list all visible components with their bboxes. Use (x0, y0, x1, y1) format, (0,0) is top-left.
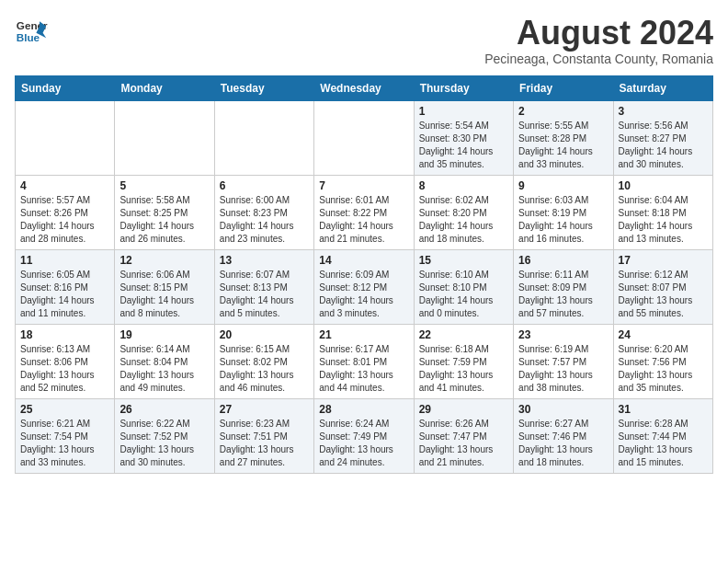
day-number: 20 (220, 328, 309, 341)
calendar-cell: 27Sunrise: 6:23 AM Sunset: 7:51 PM Dayli… (214, 398, 313, 473)
calendar-week-row: 25Sunrise: 6:21 AM Sunset: 7:54 PM Dayli… (16, 398, 713, 473)
month-title: August 2024 (484, 15, 713, 52)
calendar-cell: 12Sunrise: 6:06 AM Sunset: 8:15 PM Dayli… (115, 249, 214, 324)
calendar-cell: 24Sunrise: 6:20 AM Sunset: 7:56 PM Dayli… (613, 324, 712, 398)
weekday-header-row: SundayMondayTuesdayWednesdayThursdayFrid… (16, 75, 713, 100)
day-number: 7 (319, 179, 408, 192)
calendar-week-row: 1Sunrise: 5:54 AM Sunset: 8:30 PM Daylig… (16, 100, 713, 175)
calendar-cell (214, 100, 313, 175)
calendar-cell: 29Sunrise: 6:26 AM Sunset: 7:47 PM Dayli… (414, 398, 513, 473)
day-number: 24 (619, 328, 708, 341)
day-info: Sunrise: 6:00 AM Sunset: 8:23 PM Dayligh… (220, 194, 309, 246)
calendar-cell: 14Sunrise: 6:09 AM Sunset: 8:12 PM Dayli… (314, 249, 414, 324)
day-info: Sunrise: 6:27 AM Sunset: 7:46 PM Dayligh… (518, 418, 608, 469)
day-number: 1 (419, 105, 508, 118)
day-number: 15 (419, 254, 508, 267)
day-number: 29 (419, 403, 508, 416)
calendar-cell: 23Sunrise: 6:19 AM Sunset: 7:57 PM Dayli… (514, 324, 613, 398)
day-number: 11 (20, 254, 109, 267)
day-info: Sunrise: 6:02 AM Sunset: 8:20 PM Dayligh… (419, 194, 508, 246)
calendar-cell: 28Sunrise: 6:24 AM Sunset: 7:49 PM Dayli… (314, 398, 414, 473)
calendar-cell: 4Sunrise: 5:57 AM Sunset: 8:26 PM Daylig… (16, 175, 115, 249)
day-number: 3 (619, 105, 708, 118)
calendar-cell: 26Sunrise: 6:22 AM Sunset: 7:52 PM Dayli… (115, 398, 214, 473)
calendar-cell: 20Sunrise: 6:15 AM Sunset: 8:02 PM Dayli… (214, 324, 313, 398)
calendar-cell: 9Sunrise: 6:03 AM Sunset: 8:19 PM Daylig… (514, 175, 613, 249)
weekday-header: Tuesday (214, 75, 313, 100)
calendar-cell: 7Sunrise: 6:01 AM Sunset: 8:22 PM Daylig… (314, 175, 414, 249)
day-number: 18 (20, 328, 109, 341)
calendar-cell: 30Sunrise: 6:27 AM Sunset: 7:46 PM Dayli… (514, 398, 613, 473)
calendar-cell: 16Sunrise: 6:11 AM Sunset: 8:09 PM Dayli… (514, 249, 613, 324)
day-info: Sunrise: 6:13 AM Sunset: 8:06 PM Dayligh… (20, 343, 109, 395)
weekday-header: Saturday (613, 75, 712, 100)
day-info: Sunrise: 6:01 AM Sunset: 8:22 PM Dayligh… (319, 194, 408, 246)
day-info: Sunrise: 6:28 AM Sunset: 7:44 PM Dayligh… (619, 418, 708, 469)
day-info: Sunrise: 6:06 AM Sunset: 8:15 PM Dayligh… (119, 269, 209, 320)
day-info: Sunrise: 5:55 AM Sunset: 8:28 PM Dayligh… (518, 120, 608, 171)
day-info: Sunrise: 6:17 AM Sunset: 8:01 PM Dayligh… (319, 343, 408, 395)
day-number: 6 (220, 179, 309, 192)
calendar-table: SundayMondayTuesdayWednesdayThursdayFrid… (15, 75, 713, 474)
day-info: Sunrise: 6:18 AM Sunset: 7:59 PM Dayligh… (419, 343, 508, 395)
day-number: 5 (119, 179, 209, 192)
day-number: 30 (518, 403, 608, 416)
logo-icon: General Blue (15, 15, 48, 48)
day-info: Sunrise: 6:20 AM Sunset: 7:56 PM Dayligh… (619, 343, 708, 395)
day-info: Sunrise: 6:03 AM Sunset: 8:19 PM Dayligh… (518, 194, 608, 246)
day-number: 12 (119, 254, 209, 267)
calendar-cell (314, 100, 414, 175)
weekday-header: Monday (115, 75, 214, 100)
day-info: Sunrise: 6:04 AM Sunset: 8:18 PM Dayligh… (619, 194, 708, 246)
day-number: 26 (119, 403, 209, 416)
calendar-cell: 21Sunrise: 6:17 AM Sunset: 8:01 PM Dayli… (314, 324, 414, 398)
calendar-week-row: 18Sunrise: 6:13 AM Sunset: 8:06 PM Dayli… (16, 324, 713, 398)
calendar-cell: 11Sunrise: 6:05 AM Sunset: 8:16 PM Dayli… (16, 249, 115, 324)
calendar-week-row: 11Sunrise: 6:05 AM Sunset: 8:16 PM Dayli… (16, 249, 713, 324)
day-number: 25 (20, 403, 109, 416)
day-number: 23 (518, 328, 608, 341)
day-info: Sunrise: 6:22 AM Sunset: 7:52 PM Dayligh… (119, 418, 209, 469)
day-number: 27 (220, 403, 309, 416)
calendar-cell: 3Sunrise: 5:56 AM Sunset: 8:27 PM Daylig… (613, 100, 712, 175)
day-number: 17 (619, 254, 708, 267)
day-number: 31 (619, 403, 708, 416)
page-header: General Blue August 2024 Pecineaga, Cons… (15, 15, 713, 66)
calendar-cell (115, 100, 214, 175)
day-info: Sunrise: 6:10 AM Sunset: 8:10 PM Dayligh… (419, 269, 508, 320)
day-info: Sunrise: 5:54 AM Sunset: 8:30 PM Dayligh… (419, 120, 508, 171)
calendar-cell: 19Sunrise: 6:14 AM Sunset: 8:04 PM Dayli… (115, 324, 214, 398)
title-area: August 2024 Pecineaga, Constanta County,… (484, 15, 713, 66)
day-number: 4 (20, 179, 109, 192)
day-number: 9 (518, 179, 608, 192)
day-info: Sunrise: 6:09 AM Sunset: 8:12 PM Dayligh… (319, 269, 408, 320)
day-info: Sunrise: 6:24 AM Sunset: 7:49 PM Dayligh… (319, 418, 408, 469)
day-info: Sunrise: 6:15 AM Sunset: 8:02 PM Dayligh… (220, 343, 309, 395)
day-info: Sunrise: 6:21 AM Sunset: 7:54 PM Dayligh… (20, 418, 109, 469)
day-info: Sunrise: 5:56 AM Sunset: 8:27 PM Dayligh… (619, 120, 708, 171)
calendar-cell: 6Sunrise: 6:00 AM Sunset: 8:23 PM Daylig… (214, 175, 313, 249)
calendar-cell: 15Sunrise: 6:10 AM Sunset: 8:10 PM Dayli… (414, 249, 513, 324)
day-info: Sunrise: 5:58 AM Sunset: 8:25 PM Dayligh… (119, 194, 209, 246)
day-info: Sunrise: 5:57 AM Sunset: 8:26 PM Dayligh… (20, 194, 109, 246)
calendar-week-row: 4Sunrise: 5:57 AM Sunset: 8:26 PM Daylig… (16, 175, 713, 249)
calendar-cell: 31Sunrise: 6:28 AM Sunset: 7:44 PM Dayli… (613, 398, 712, 473)
calendar-cell: 22Sunrise: 6:18 AM Sunset: 7:59 PM Dayli… (414, 324, 513, 398)
calendar-cell: 2Sunrise: 5:55 AM Sunset: 8:28 PM Daylig… (514, 100, 613, 175)
day-info: Sunrise: 6:07 AM Sunset: 8:13 PM Dayligh… (220, 269, 309, 320)
day-info: Sunrise: 6:26 AM Sunset: 7:47 PM Dayligh… (419, 418, 508, 469)
day-number: 8 (419, 179, 508, 192)
calendar-cell: 13Sunrise: 6:07 AM Sunset: 8:13 PM Dayli… (214, 249, 313, 324)
day-info: Sunrise: 6:14 AM Sunset: 8:04 PM Dayligh… (119, 343, 209, 395)
weekday-header: Friday (514, 75, 613, 100)
logo: General Blue (15, 15, 48, 48)
calendar-cell: 10Sunrise: 6:04 AM Sunset: 8:18 PM Dayli… (613, 175, 712, 249)
day-number: 28 (319, 403, 408, 416)
day-number: 22 (419, 328, 508, 341)
day-number: 19 (119, 328, 209, 341)
calendar-cell: 1Sunrise: 5:54 AM Sunset: 8:30 PM Daylig… (414, 100, 513, 175)
calendar-cell: 5Sunrise: 5:58 AM Sunset: 8:25 PM Daylig… (115, 175, 214, 249)
calendar-cell: 17Sunrise: 6:12 AM Sunset: 8:07 PM Dayli… (613, 249, 712, 324)
day-info: Sunrise: 6:05 AM Sunset: 8:16 PM Dayligh… (20, 269, 109, 320)
day-info: Sunrise: 6:11 AM Sunset: 8:09 PM Dayligh… (518, 269, 608, 320)
